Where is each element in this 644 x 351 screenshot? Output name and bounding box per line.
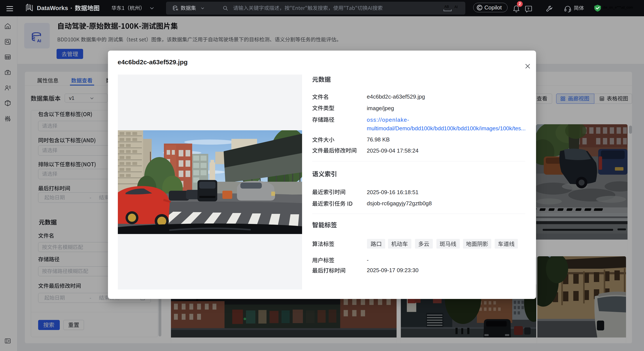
svg-text:AI: AI: [176, 8, 178, 11]
svg-text:?: ?: [528, 7, 530, 10]
